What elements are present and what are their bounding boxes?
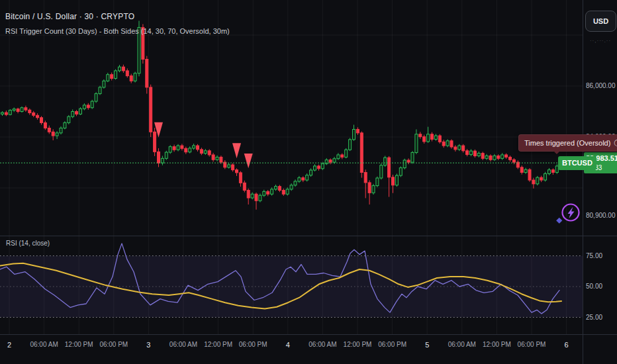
candle bbox=[278, 185, 281, 192]
candle bbox=[551, 168, 554, 175]
candle bbox=[485, 154, 488, 160]
candle bbox=[173, 145, 175, 152]
candle bbox=[536, 176, 539, 185]
candle bbox=[181, 144, 183, 150]
candle bbox=[259, 193, 261, 202]
trading-chart-app: Bitcoin / U.S. Dollar · 30 · CRYPTO RSI … bbox=[0, 0, 617, 364]
boost-lightning-icon[interactable] bbox=[555, 199, 587, 228]
candle bbox=[197, 144, 199, 152]
candle bbox=[419, 132, 422, 138]
time-tick-label: 12:00 PM bbox=[344, 341, 372, 348]
price-axis-label: 86,000.00 bbox=[583, 82, 617, 89]
candle bbox=[64, 121, 66, 129]
candle bbox=[239, 171, 242, 187]
time-tick-day-label: 6 bbox=[565, 341, 569, 349]
rsi-axis-label: 75.00 bbox=[583, 252, 617, 259]
candle bbox=[212, 153, 214, 161]
candle bbox=[40, 116, 43, 124]
candle bbox=[497, 154, 500, 160]
candle bbox=[501, 153, 504, 159]
candle bbox=[28, 109, 31, 115]
candle bbox=[193, 144, 195, 150]
candle bbox=[255, 193, 258, 210]
candle bbox=[282, 189, 285, 196]
candle bbox=[119, 65, 121, 72]
oversold-marker-icon bbox=[244, 154, 253, 168]
candle bbox=[509, 156, 512, 161]
candle bbox=[68, 115, 70, 124]
candle bbox=[36, 113, 39, 120]
candle bbox=[540, 176, 543, 183]
symbol-title[interactable]: Bitcoin / U.S. Dollar · 30 · CRYPTO bbox=[5, 9, 230, 24]
candle bbox=[376, 177, 379, 187]
candle bbox=[126, 68, 128, 77]
candle bbox=[79, 107, 82, 115]
candle bbox=[263, 190, 265, 197]
candle bbox=[267, 190, 269, 196]
candle bbox=[364, 169, 367, 198]
candle bbox=[403, 159, 406, 169]
candle bbox=[1, 111, 4, 116]
candle bbox=[446, 139, 449, 147]
candle bbox=[434, 134, 437, 140]
time-tick-label: 12:00 PM bbox=[65, 341, 93, 348]
oversold-trigger-markers bbox=[154, 122, 253, 169]
price-axis[interactable]: 86,000.0084,000.0080,900.00 75.0050.0025… bbox=[583, 0, 617, 364]
candle bbox=[298, 176, 301, 183]
time-tick-day-label: 3 bbox=[146, 341, 150, 349]
candle bbox=[32, 111, 35, 117]
candle bbox=[56, 131, 58, 139]
candle bbox=[450, 139, 453, 148]
candle bbox=[314, 164, 316, 171]
oversold-marker-icon bbox=[232, 143, 241, 158]
candle bbox=[341, 154, 344, 159]
candle bbox=[524, 168, 527, 174]
candle bbox=[372, 184, 375, 195]
chart-legend: Bitcoin / U.S. Dollar · 30 · CRYPTO RSI … bbox=[5, 9, 230, 38]
rsi-pane-label[interactable]: RSI (14, close) bbox=[6, 240, 50, 247]
candle bbox=[310, 168, 312, 177]
rsi-axis-label: 25.00 bbox=[583, 314, 617, 321]
candle bbox=[532, 178, 535, 189]
time-axis[interactable]: 206:00 AM12:00 PM06:00 PM306:00 AM12:00 … bbox=[0, 334, 617, 364]
candle bbox=[275, 185, 277, 191]
info-icon[interactable]: ⓘ bbox=[614, 139, 617, 147]
time-tick-label: 06:00 PM bbox=[518, 341, 546, 348]
candle bbox=[150, 85, 152, 137]
candle bbox=[204, 149, 207, 155]
pane-separator[interactable] bbox=[0, 236, 617, 236]
candle bbox=[454, 145, 457, 152]
candle bbox=[99, 86, 101, 95]
currency-toggle-button[interactable]: USD bbox=[585, 11, 616, 32]
faded-price-label: ··,···.·· bbox=[585, 38, 616, 44]
candle bbox=[286, 187, 289, 195]
candle bbox=[122, 65, 124, 73]
candle bbox=[290, 183, 293, 191]
candle bbox=[158, 148, 160, 167]
time-tick-label: 06:00 PM bbox=[378, 341, 406, 348]
times-triggered-tooltip: Times triggered (Oversold)ⓘ bbox=[518, 134, 617, 152]
candle bbox=[325, 158, 328, 165]
time-tick-label: 06:00 AM bbox=[448, 341, 476, 348]
candle bbox=[130, 74, 132, 83]
price-chart-canvas[interactable] bbox=[0, 0, 617, 364]
candle bbox=[21, 107, 23, 113]
indicator-title[interactable]: RSI Trigger Count (30 Days) - Both Sides… bbox=[5, 24, 230, 38]
candle bbox=[95, 92, 97, 103]
time-tick-label: 12:00 PM bbox=[483, 341, 511, 348]
candle bbox=[146, 56, 148, 94]
time-tick-day-label: 5 bbox=[425, 341, 429, 349]
symbol-price-label: BTCUSD bbox=[558, 156, 596, 170]
candle bbox=[353, 125, 356, 141]
rsi-pane-plot bbox=[0, 244, 583, 318]
candle bbox=[516, 160, 519, 169]
candle bbox=[431, 132, 434, 142]
candle bbox=[520, 165, 523, 174]
candle bbox=[473, 150, 476, 158]
time-tick-label: 06:00 AM bbox=[30, 341, 58, 348]
candle bbox=[345, 148, 348, 158]
candle bbox=[48, 126, 50, 134]
lightning-bolt-icon bbox=[568, 207, 575, 219]
candle bbox=[83, 103, 85, 110]
candle bbox=[24, 106, 27, 112]
